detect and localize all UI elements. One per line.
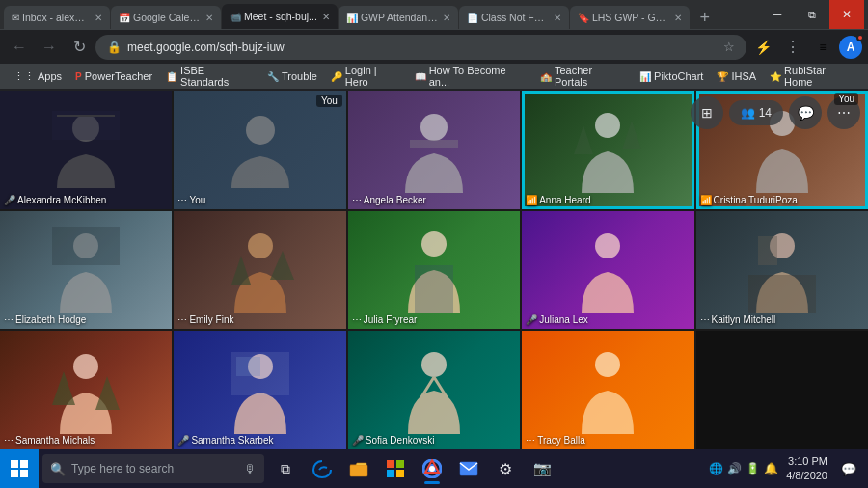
tab-classnotfound-favicon: 📄 — [467, 13, 478, 23]
video-cell-alexandra: 🎤 Alexandra McKibben — [0, 91, 172, 209]
systray-volume-icon[interactable]: 🔊 — [727, 462, 742, 475]
svg-rect-15 — [748, 275, 816, 313]
taskbar-mail-icon[interactable] — [451, 451, 486, 486]
tab-lhsgwp[interactable]: 🔖 LHS GWP - Google L... ✕ — [570, 6, 690, 29]
bookmark-star-icon[interactable]: ☆ — [723, 40, 735, 54]
svg-rect-20 — [236, 357, 260, 376]
systray-network-icon[interactable]: 🌐 — [709, 462, 723, 475]
taskbar-fileexplorer-icon[interactable] — [341, 451, 376, 486]
action-center-icon[interactable]: 💬 — [835, 455, 862, 482]
howtob-bookmark[interactable]: 📖 How To Become an... — [409, 64, 532, 89]
name-text-elizabeth: Elizabeth Hodge — [15, 314, 86, 325]
hero-icon: 🔑 — [331, 71, 342, 82]
mic-more-kaitlyn: ⋯ — [700, 314, 710, 325]
tab-inbox[interactable]: ✉ Inbox - alexandra.vo... ✕ — [4, 6, 110, 29]
video-cell-sofia: 🎤 Sofia Denkovski — [348, 331, 520, 449]
tab-attendance[interactable]: 📊 GWP Attendance - G... ✕ — [339, 6, 458, 29]
taskbar-store-icon[interactable] — [378, 451, 413, 486]
tab-lhsgwp-close[interactable]: ✕ — [674, 13, 682, 23]
name-text-angela: Angela Becker — [364, 195, 426, 205]
systray-battery-icon[interactable]: 🔋 — [746, 462, 760, 475]
isbe-bookmark[interactable]: 📋 ISBE Standards — [160, 64, 259, 89]
task-view-button[interactable]: ⧉ — [268, 451, 303, 486]
video-cell-juliana: 🎤 Juliana Lex — [522, 211, 693, 330]
systray-notification-icon[interactable]: 🔔 — [764, 462, 778, 475]
tab-meet-close[interactable]: ✕ — [322, 12, 330, 22]
ihsa-icon: 🏆 — [717, 71, 728, 82]
video-cell-samanthas: 🎤 Samantha Skarbek — [174, 331, 345, 449]
new-tab-button[interactable]: + — [692, 6, 718, 29]
name-label-samantham: ⋯ Samantha Michals — [4, 435, 95, 446]
taskbar-edge-icon[interactable] — [305, 451, 339, 486]
mic-more-julia: ⋯ — [352, 314, 362, 325]
forward-button[interactable]: → — [36, 34, 63, 61]
profile-dot — [856, 34, 864, 41]
svg-rect-31 — [396, 460, 404, 468]
taskbar-search-box[interactable]: 🔍 Type here to search 🎙 — [42, 454, 264, 483]
trouble-bookmark[interactable]: 🔧 Trouble — [261, 68, 323, 84]
video-cell-samantham: ⋯ Samantha Michals — [0, 331, 172, 449]
start-button[interactable] — [0, 449, 39, 488]
tab-attendance-close[interactable]: ✕ — [443, 13, 450, 23]
close-button[interactable]: ✕ — [829, 0, 864, 29]
apps-bookmark[interactable]: ⋮⋮ Apps — [8, 68, 68, 85]
svg-rect-5 — [410, 140, 458, 148]
sync-icon[interactable]: ≡ — [809, 34, 836, 61]
rubistar-icon: ⭐ — [770, 71, 781, 82]
mic-more-tracy: ⋯ — [526, 435, 535, 446]
name-label-elizabeth: ⋯ Elizabeth Hodge — [4, 314, 86, 325]
taskbar-camera-icon[interactable]: 📷 — [525, 451, 559, 486]
trouble-icon: 🔧 — [267, 71, 279, 82]
name-text-samanthas: Samantha Skarbek — [191, 435, 273, 446]
extensions-icon[interactable]: ⚡ — [749, 34, 776, 61]
taskbar-chrome-icon[interactable] — [415, 451, 449, 486]
svg-point-17 — [73, 354, 98, 379]
rubistar-bookmark[interactable]: ⭐ RubiStar Home — [764, 64, 860, 89]
profile-avatar[interactable]: A — [839, 36, 862, 59]
name-text-julia: Julia Fryrear — [364, 314, 418, 325]
svg-rect-37 — [460, 462, 477, 475]
participants-button[interactable]: 👥 14 — [729, 100, 783, 125]
participants-icon: 👥 — [741, 106, 755, 120]
taskbar-settings-icon[interactable]: ⚙ — [488, 451, 523, 486]
back-button[interactable]: ← — [6, 34, 33, 61]
tab-bar: ✉ Inbox - alexandra.vo... ✕ 📅 Google Cal… — [0, 0, 868, 29]
svg-rect-9 — [52, 227, 120, 265]
tab-inbox-close[interactable]: ✕ — [95, 13, 102, 23]
video-cell-you: You ⋯ You — [174, 91, 345, 209]
name-label-samanthas: 🎤 Samantha Skarbek — [177, 435, 273, 446]
address-bar[interactable]: 🔒 meet.google.com/sqh-bujz-iuw ☆ — [95, 35, 746, 60]
teacher-portals-bookmark[interactable]: 🏫 Teacher Portals — [534, 64, 632, 89]
piktochart-icon: 📊 — [639, 71, 651, 82]
piktochart-bookmark[interactable]: 📊 PiktoChart — [634, 68, 709, 84]
name-label-emily: ⋯ Emily Fink — [177, 314, 233, 325]
chat-button[interactable]: 💬 — [789, 96, 822, 129]
tab-classnotfound-close[interactable]: ✕ — [554, 13, 561, 23]
grid-view-button[interactable]: ⊞ — [691, 96, 723, 129]
video-cell-elizabeth: ⋯ Elizabeth Hodge — [0, 211, 172, 330]
svg-rect-27 — [11, 470, 18, 477]
taskbar-mic-icon[interactable]: 🎙 — [244, 462, 257, 476]
video-cell-kaitlyn: ⋯ Kaitlyn Mitchell — [696, 211, 868, 330]
ihsa-bookmark[interactable]: 🏆 IHSA — [711, 68, 762, 84]
tab-classnotfound[interactable]: 📄 Class Not Found ✕ — [459, 6, 569, 29]
tab-calendar[interactable]: 📅 Google Calendar - A... ✕ — [111, 6, 221, 29]
tab-attendance-title: GWP Attendance - G... — [361, 12, 438, 23]
hero-bookmark[interactable]: 🔑 Login | Hero — [325, 64, 407, 89]
svg-rect-33 — [396, 470, 404, 477]
svg-point-24 — [595, 352, 620, 377]
restore-button[interactable]: ⧉ — [795, 0, 829, 29]
reload-button[interactable]: ↻ — [66, 34, 93, 61]
mic-more-samantham: ⋯ — [4, 435, 14, 446]
video-cell-anna: 📶 Anna Heard — [522, 91, 693, 209]
tab-calendar-close[interactable]: ✕ — [205, 13, 213, 23]
taskbar-systray: 🌐 🔊 🔋 🔔 3:10 PM 4/8/2020 💬 — [703, 454, 868, 484]
minimize-button[interactable]: ─ — [760, 0, 795, 29]
tab-classnotfound-title: Class Not Found — [481, 12, 549, 23]
taskbar-apps-area: ⚙ 📷 — [303, 451, 561, 486]
powerteacher-bookmark[interactable]: P PowerTeacher — [69, 68, 158, 84]
tab-meet[interactable]: 📹 Meet - sqh-buj... ✕ — [222, 4, 338, 29]
chrome-menu-btn[interactable]: ⋮ — [779, 34, 806, 61]
address-bar-row: ← → ↻ 🔒 meet.google.com/sqh-bujz-iuw ☆ ⚡… — [0, 29, 868, 64]
windows-logo-icon — [11, 460, 28, 477]
